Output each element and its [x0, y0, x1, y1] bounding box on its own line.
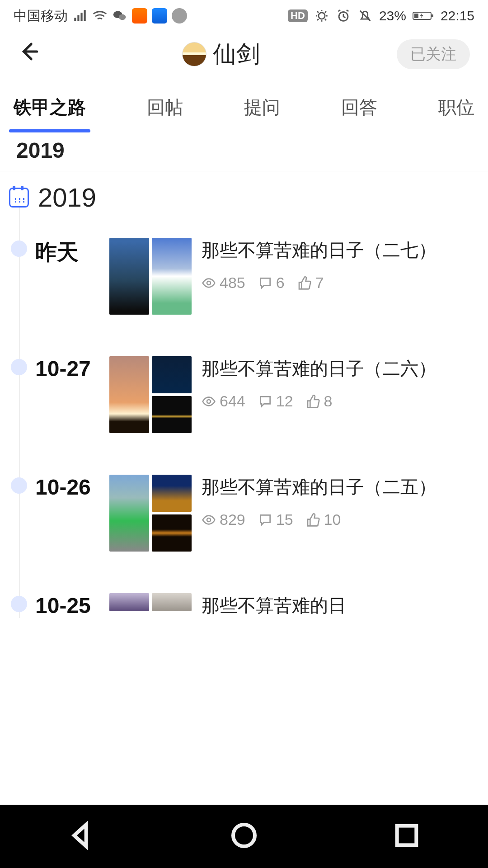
- timeline: 2019 昨天 那些不算苦难的日子（二七） 485 6 7 10-27: [0, 171, 488, 618]
- app-icon-1: [132, 8, 147, 24]
- eye-icon: [202, 513, 216, 527]
- thumbnail: [152, 238, 192, 315]
- thumbnail: [152, 475, 192, 512]
- comments-stat: 15: [258, 511, 293, 528]
- android-nav-bar: [0, 805, 488, 868]
- calendar-icon: [9, 188, 29, 208]
- svg-point-1: [119, 14, 126, 20]
- entry-date: 10-25: [19, 593, 109, 618]
- svg-point-10: [233, 825, 255, 846]
- thumbnail: [152, 593, 192, 611]
- thumbnail: [109, 593, 149, 611]
- wifi-icon: [92, 8, 108, 24]
- entry-thumbnails: [109, 356, 192, 433]
- entry-date: 昨天: [19, 238, 109, 315]
- likes-stat: 7: [297, 274, 324, 292]
- comments-stat: 6: [258, 274, 285, 292]
- hd-icon: HD: [288, 9, 308, 22]
- thumbs-up-icon: [297, 276, 312, 290]
- views-count: 485: [220, 274, 245, 292]
- profile-title[interactable]: 仙剑: [182, 38, 260, 70]
- entry-thumbnails: [109, 475, 192, 552]
- profile-name: 仙剑: [213, 38, 260, 70]
- likes-count: 10: [324, 511, 341, 528]
- entry-stats: 485 6 7: [202, 274, 474, 292]
- timeline-entry[interactable]: 10-27 那些不算苦难的日子（二六） 644 12 8: [19, 335, 488, 454]
- eye-protect-icon: [314, 8, 329, 24]
- tab-zhiwei[interactable]: 职位: [435, 92, 478, 131]
- timeline-dot-icon: [15, 482, 23, 489]
- alarm-icon: [336, 8, 351, 24]
- header: 仙剑 已关注: [0, 32, 488, 77]
- avatar: [182, 42, 206, 66]
- views-count: 644: [220, 392, 245, 410]
- svg-rect-5: [432, 14, 433, 17]
- tab-tiwen[interactable]: 提问: [240, 92, 284, 131]
- status-bar: 中国移动 HD 23% 22:15: [0, 0, 488, 32]
- tab-huitie[interactable]: 回帖: [143, 92, 187, 131]
- thumbnail: [152, 514, 192, 552]
- likes-stat: 10: [306, 511, 341, 528]
- thumbnail: [109, 356, 149, 433]
- comments-stat: 12: [258, 392, 293, 410]
- timeline-dot-icon: [15, 600, 23, 608]
- entry-date: 10-26: [19, 475, 109, 552]
- svg-rect-11: [397, 826, 417, 845]
- timeline-dot-icon: [15, 363, 23, 371]
- views-count: 829: [220, 511, 245, 528]
- tab-tiejiazhilu[interactable]: 铁甲之路: [10, 92, 89, 131]
- battery-icon: [413, 8, 434, 24]
- entry-stats: 644 12 8: [202, 392, 474, 410]
- comment-icon: [258, 513, 272, 527]
- svg-point-7: [207, 281, 211, 285]
- entry-title: 那些不算苦难的日: [202, 593, 474, 618]
- follow-button[interactable]: 已关注: [397, 39, 470, 69]
- status-carrier: 中国移动: [14, 7, 68, 25]
- svg-point-8: [207, 400, 211, 403]
- sticky-year-header: 2019: [0, 131, 488, 171]
- wechat-icon: [112, 8, 127, 24]
- entry-title: 那些不算苦难的日子（二七）: [202, 238, 474, 262]
- timeline-entry[interactable]: 10-26 那些不算苦难的日子（二五） 829 15 10: [19, 454, 488, 572]
- entry-thumbnails: [109, 593, 192, 618]
- nav-recent-button[interactable]: [392, 821, 421, 852]
- tabs: 铁甲之路 回帖 提问 回答 职位: [0, 77, 488, 131]
- nav-back-button[interactable]: [67, 821, 96, 852]
- timeline-entry[interactable]: 昨天 那些不算苦难的日子（二七） 485 6 7: [19, 217, 488, 335]
- thumbs-up-icon: [306, 394, 320, 409]
- views-stat: 485: [202, 274, 245, 292]
- entry-title: 那些不算苦难的日子（二五）: [202, 475, 474, 499]
- comments-count: 6: [276, 274, 285, 292]
- entry-title: 那些不算苦难的日子（二六）: [202, 356, 474, 381]
- timeline-entry[interactable]: 10-25 那些不算苦难的日: [19, 572, 488, 618]
- views-stat: 829: [202, 511, 245, 528]
- status-battery-pct: 23%: [379, 8, 406, 24]
- entry-thumbnails: [109, 238, 192, 315]
- svg-rect-6: [414, 14, 418, 18]
- comment-icon: [258, 394, 272, 409]
- entry-date: 10-27: [19, 356, 109, 433]
- views-stat: 644: [202, 392, 245, 410]
- app-icon-2: [152, 8, 167, 24]
- mute-bell-icon: [357, 8, 373, 24]
- svg-point-2: [319, 13, 325, 19]
- timeline-year-text: 2019: [38, 182, 96, 212]
- app-icon-3: [172, 8, 187, 24]
- timeline-year-head: 2019: [19, 171, 488, 217]
- likes-count: 8: [324, 392, 333, 410]
- signal-4g-icon: [72, 8, 88, 24]
- entry-stats: 829 15 10: [202, 511, 474, 528]
- tab-huida[interactable]: 回答: [338, 92, 381, 131]
- status-time: 22:15: [441, 8, 474, 24]
- comments-count: 15: [276, 511, 293, 528]
- thumbnail: [152, 396, 192, 433]
- thumbnail: [152, 356, 192, 393]
- likes-stat: 8: [306, 392, 333, 410]
- thumbnail: [109, 475, 149, 552]
- svg-point-9: [207, 518, 211, 522]
- nav-home-button[interactable]: [230, 821, 258, 852]
- likes-count: 7: [315, 274, 324, 292]
- back-button[interactable]: [18, 40, 45, 68]
- thumbnail: [109, 238, 149, 315]
- timeline-dot-icon: [15, 245, 23, 252]
